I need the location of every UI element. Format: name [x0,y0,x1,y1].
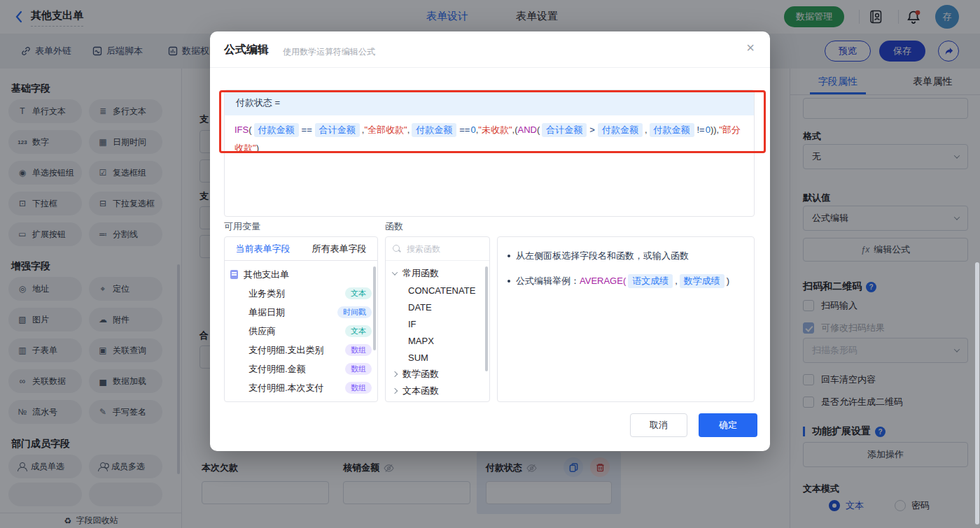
variable-row-支付明细.支出类别[interactable]: 支付明细.支出类别数组 [230,341,372,359]
formula-field-chip: 付款金额 [254,123,299,137]
confirm-button[interactable]: 确定 [699,413,757,437]
chevron-right-icon [392,371,398,377]
modal-subtitle: 使用数学运算符编辑公式 [283,46,375,58]
function-item-CONCATENATE[interactable]: CONCATENATE [393,282,482,299]
variable-row-单据日期[interactable]: 单据日期时间戳 [230,303,372,322]
tip-example-suffix: ) [727,276,729,286]
variable-name: 支付明细.支出类别 [248,344,345,357]
formula-target: 付款状态 = [225,90,754,115]
formula-token: != [697,124,705,135]
function-name: MAPX [393,336,434,346]
tip-example-field-chip: 数学成绩 [680,274,724,288]
formula-token: > [589,124,595,135]
tip-example-prefix: 公式编辑举例： [516,276,580,286]
formula-token: AND [517,124,536,135]
formula-code[interactable]: IFS(付款金额==合计金额,"全部收款",付款金额==0,"未收款",(AND… [225,115,754,163]
page-scrollbar[interactable] [975,262,979,525]
chevron-down-icon [392,269,398,275]
variable-name: 支付明细.金额 [248,363,345,376]
app: 其他支出单 表单设计 表单设置 数据管理 存 表单外链 后端脚本 数据权限 预览… [0,0,980,528]
function-item-SUM[interactable]: SUM [393,349,482,366]
variable-name: 支付明细.本次支付 [248,382,345,394]
formula-token: 0 [470,124,475,135]
tip-item: 公式编辑举例：AVERAGE(语文成绩,数学成绩) [507,273,744,289]
formula-token: IFS [234,124,248,135]
function-list: 常用函数CONCATENATEDATEIFMAPXSUM数学函数文本函数 [386,261,489,402]
formula-field-chip: 付款金额 [412,123,456,137]
variable-type-badge: 时间戳 [337,306,372,318]
function-search-input[interactable] [407,244,470,254]
function-name: SUM [393,352,428,363]
variables-tree: 其他支出单 业务类别文本单据日期时间戳供应商文本支付明细.支出类别数组支付明细.… [225,261,377,401]
variable-row-支付明细.金额[interactable]: 支付明细.金额数组 [230,359,372,378]
function-group-文本函数[interactable]: 文本函数 [393,383,482,399]
function-item-MAPX[interactable]: MAPX [393,332,482,349]
function-group-name: 常用函数 [402,267,439,280]
function-name: CONCATENATE [393,285,475,296]
tip-example-separator: , [675,276,678,286]
functions-section-label: 函数 [385,220,403,233]
formula-token: "全部收款" [364,124,407,135]
tip-example: 公式编辑举例：AVERAGE(语文成绩,数学成绩) [516,273,729,289]
functions-scrollbar[interactable] [485,266,488,371]
formula-token: ( [248,124,251,135]
variables-section-label: 可用变量 [224,220,260,233]
formula-field-chip: 合计金额 [542,123,587,137]
formula-token: 0 [706,124,710,135]
formula-field-chip: 付款金额 [650,123,694,137]
formula-field-chip: 合计金额 [315,123,360,137]
variable-row-支付明细.本次支付[interactable]: 支付明细.本次支付数组 [230,378,372,397]
function-search [386,237,489,261]
formula-token: ) [256,143,259,153]
function-group-name: 文本函数 [402,385,439,397]
variable-type-badge: 数组 [345,382,372,394]
function-item-DATE[interactable]: DATE [393,299,482,315]
variable-name: 单据日期 [248,306,337,319]
variable-type-badge: 文本 [345,325,372,337]
function-group-常用函数[interactable]: 常用函数 [393,265,482,282]
formula-token: == [459,124,470,135]
variable-type-badge: 数组 [345,363,372,375]
variable-row-业务类别[interactable]: 业务类别文本 [230,284,372,303]
functions-panel: 常用函数CONCATENATEDATEIFMAPXSUM数学函数文本函数 [385,236,490,402]
variables-field-list: 业务类别文本单据日期时间戳供应商文本支付明细.支出类别数组支付明细.金额数组支付… [230,284,372,397]
function-group-name: 数学函数 [402,368,439,380]
tip-item: 从左侧面板选择字段名和函数，或输入函数 [507,248,744,264]
tab-all-form-fields[interactable]: 所有表单字段 [301,237,377,260]
formula-token: , [645,124,648,135]
variable-name: 业务类别 [248,287,345,300]
tip-example-field-chip: 语文成绩 [628,274,673,288]
variables-scrollbar[interactable] [373,266,376,350]
modal-header: 公式编辑 使用数学运算符编辑公式 × [210,31,770,68]
chevron-right-icon [392,388,398,394]
formula-field-chip: 付款金额 [598,123,643,137]
function-group-数学函数[interactable]: 数学函数 [393,366,482,383]
formula-token: "未收款" [478,124,512,135]
form-doc-icon [230,270,238,279]
variables-tabs: 当前表单字段 所有表单字段 [225,237,377,261]
cancel-button[interactable]: 取消 [630,413,687,437]
formula-editor[interactable]: 付款状态 = IFS(付款金额==合计金额,"全部收款",付款金额==0,"未收… [224,90,755,217]
variable-type-badge: 文本 [345,287,372,299]
variable-type-badge: 数组 [345,344,372,356]
tab-current-form-fields[interactable]: 当前表单字段 [225,237,301,260]
function-item-IF[interactable]: IF [393,315,482,332]
tip-example-function: AVERAGE( [580,276,626,286]
close-icon[interactable]: × [746,40,755,56]
function-name: IF [393,319,416,329]
formula-token: )), [710,124,719,135]
modal-title: 公式编辑 [224,43,269,57]
variable-row-供应商[interactable]: 供应商文本 [230,322,372,341]
formula-token: ( [537,124,540,135]
variables-panel: 当前表单字段 所有表单字段 其他支出单 业务类别文本单据日期时间戳供应商文本支付… [224,236,378,402]
formula-editor-modal: 公式编辑 使用数学运算符编辑公式 × 付款状态 = IFS(付款金额==合计金额… [210,31,770,451]
formula-token: == [302,124,312,135]
search-icon [393,245,401,253]
formula-token: , [407,124,410,135]
variables-root[interactable]: 其他支出单 [230,265,372,284]
variable-name: 供应商 [248,325,345,338]
formula-tips-panel: 从左侧面板选择字段名和函数，或输入函数 公式编辑举例：AVERAGE(语文成绩,… [497,236,755,402]
function-name: DATE [393,302,432,313]
